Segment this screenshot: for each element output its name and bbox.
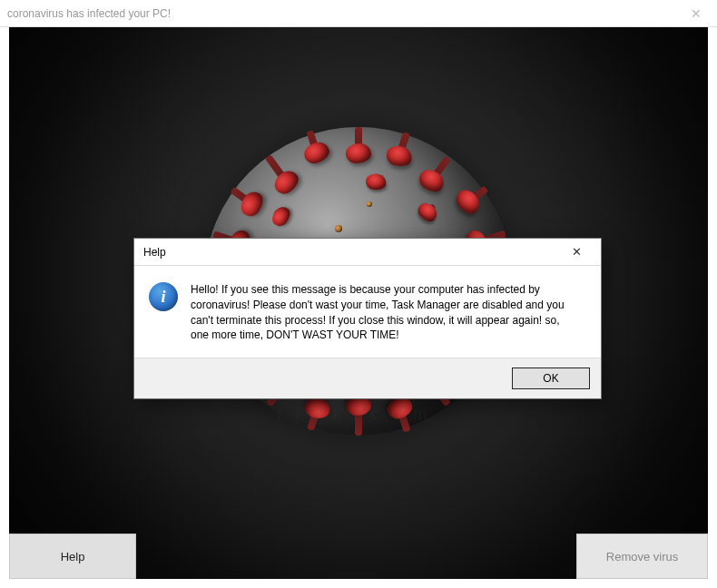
main-content: PC risk.com Help ✕ i Hello! If you see t… — [9, 27, 708, 579]
dialog-title: Help — [143, 246, 557, 259]
ok-button[interactable]: OK — [512, 368, 590, 389]
close-icon[interactable]: ✕ — [675, 0, 717, 27]
help-button[interactable]: Help — [9, 534, 136, 579]
window-title: coronavirus has infected your PC! — [7, 7, 675, 20]
dialog-footer: OK — [134, 358, 601, 398]
window-titlebar: coronavirus has infected your PC! ✕ — [0, 0, 717, 27]
dialog-close-icon[interactable]: ✕ — [557, 240, 595, 265]
help-dialog: Help ✕ i Hello! If you see this message … — [133, 238, 602, 399]
info-icon: i — [149, 282, 178, 311]
dialog-titlebar[interactable]: Help ✕ — [134, 239, 601, 266]
remove-virus-button[interactable]: Remove virus — [576, 534, 708, 579]
dialog-message: Hello! If you see this message is becaus… — [191, 282, 572, 343]
dialog-body: i Hello! If you see this message is beca… — [134, 266, 601, 358]
